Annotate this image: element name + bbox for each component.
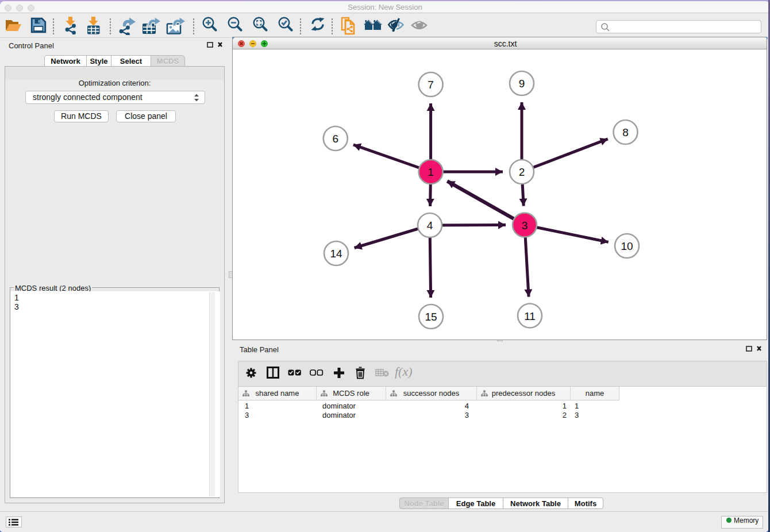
- svg-text:9: 9: [519, 78, 525, 90]
- svg-text:2: 2: [519, 166, 525, 178]
- svg-text:7: 7: [428, 79, 434, 91]
- svg-text:4: 4: [427, 219, 433, 232]
- svg-text:11: 11: [524, 310, 536, 322]
- svg-text:15: 15: [425, 311, 437, 323]
- svg-text:3: 3: [522, 219, 528, 232]
- svg-text:6: 6: [333, 133, 339, 145]
- svg-text:8: 8: [622, 126, 629, 138]
- svg-text:14: 14: [330, 248, 342, 260]
- svg-text:10: 10: [621, 240, 633, 252]
- svg-text:1: 1: [428, 166, 434, 178]
